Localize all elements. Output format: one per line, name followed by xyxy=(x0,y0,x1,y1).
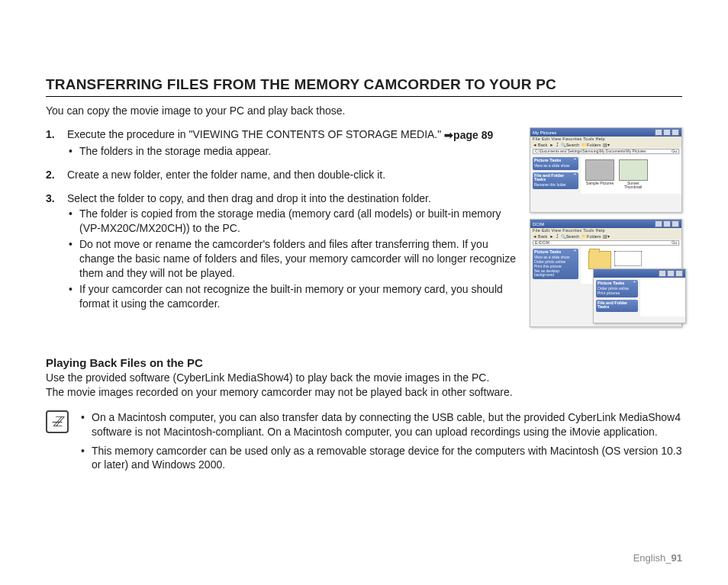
note-icon: ℤ xyxy=(46,410,69,433)
window-titlebar: My Pictures xyxy=(530,128,681,137)
go-button: Go xyxy=(672,241,677,245)
step-text: Select the folder to copy, and then drag… xyxy=(67,192,431,204)
thumbnail-icon xyxy=(619,159,648,181)
note-list: On a Macintosh computer, you can also tr… xyxy=(79,410,682,477)
address-text: E:\DCIM xyxy=(535,241,549,245)
maximize-icon xyxy=(667,270,675,277)
panel-item: Rename this folder xyxy=(534,183,577,188)
sub-item: The folder is copied from the storage me… xyxy=(67,207,520,236)
window-titlebar: DCIM xyxy=(530,220,681,228)
sub-item: If your camcorder can not recognize the … xyxy=(67,282,520,311)
folder-icon xyxy=(588,251,611,269)
address-text: C:\Documents and Settings\Samsung\My Doc… xyxy=(535,149,646,153)
tile-label: Sample Pictures xyxy=(586,181,614,185)
step-1-sub: The folders in the storage media appear. xyxy=(67,144,520,159)
close-icon xyxy=(675,270,683,277)
views-button: ▥▾ xyxy=(603,143,610,148)
intro-line: The movie images recorded on your memory… xyxy=(46,386,513,398)
picture-tasks-panel: Picture Tasks⌃ Order prints online Print… xyxy=(596,280,638,297)
tile-label: Sunset Thumbnail xyxy=(624,181,642,189)
window-buttons xyxy=(655,220,679,227)
go-button: Go xyxy=(672,149,677,153)
forward-button: ► xyxy=(549,235,553,239)
intro-text: You can copy the movie image to your PC … xyxy=(46,104,682,117)
sub-item: The folders in the storage media appear. xyxy=(67,144,520,159)
toolbar: ◄ Back ► ⤴ 🔍Search 📁Folders ▥▾ xyxy=(530,143,681,149)
folders-button: 📁Folders xyxy=(581,143,601,148)
panel-title: Picture Tasks xyxy=(534,159,561,163)
screenshot-my-pictures: My Pictures File Edit View Favorites Too… xyxy=(530,127,682,213)
collapse-icon: ⌃ xyxy=(633,281,636,286)
search-button: 🔍Search xyxy=(561,143,579,148)
collapse-icon: ⌃ xyxy=(573,174,577,182)
thumbnail-icon xyxy=(585,159,614,181)
step-text: Create a new folder, enter the folder na… xyxy=(67,169,385,181)
minimize-icon xyxy=(655,220,662,227)
panel-item: View as a slide show xyxy=(534,164,577,169)
file-folder-tasks-panel: File and Folder Tasks xyxy=(596,300,638,312)
toolbar: ◄ Back ► ⤴ 🔍Search 📁Folders ▥▾ xyxy=(530,234,681,240)
folder-tile: Sample Pictures xyxy=(585,159,614,185)
window-title: DCIM xyxy=(533,222,544,227)
minimize-icon xyxy=(655,129,662,136)
up-button: ⤴ xyxy=(556,235,559,239)
footer-label: English_ xyxy=(633,552,672,564)
search-button: 🔍Search xyxy=(561,235,579,239)
picture-tasks-panel: Picture Tasks⌃ View as a slide show xyxy=(533,157,578,170)
maximize-icon xyxy=(663,129,671,136)
drag-ghost-icon xyxy=(614,251,642,266)
step-text: Execute the procedure in "VIEWING THE CO… xyxy=(67,128,444,140)
window-buttons xyxy=(655,129,679,136)
subsection-intro: Use the provided software (CyberLink Med… xyxy=(46,371,682,400)
forward-button: ► xyxy=(549,143,553,148)
file-folder-tasks-panel: File and Folder Tasks⌃ Rename this folde… xyxy=(533,172,578,189)
menu-bar: File Edit View Favorites Tools Help xyxy=(530,137,681,143)
screenshot-overlay: Picture Tasks⌃ Order prints online Print… xyxy=(593,268,686,323)
panel-item: Print pictures xyxy=(598,291,636,296)
folders-button: 📁Folders xyxy=(581,235,601,239)
sidebar: Picture Tasks⌃ Order prints online Print… xyxy=(594,278,640,317)
panel-title: Picture Tasks xyxy=(598,281,624,286)
page-footer: English_91 xyxy=(633,552,682,564)
close-icon xyxy=(672,220,679,227)
folder-content xyxy=(640,278,685,317)
note-block: ℤ On a Macintosh computer, you can also … xyxy=(46,410,682,477)
subsection-title: Playing Back Files on the PC xyxy=(46,356,682,369)
window-title: My Pictures xyxy=(533,130,556,135)
back-button: ◄ Back xyxy=(533,143,547,148)
maximize-icon xyxy=(663,220,671,227)
step-1: 1. Execute the procedure in "VIEWING THE… xyxy=(46,127,520,159)
views-button: ▥▾ xyxy=(603,235,610,239)
sidebar: Picture Tasks⌃ View as a slide show Orde… xyxy=(530,246,581,284)
step-number: 3. xyxy=(46,191,55,206)
address-bar: E:\DCIM Go xyxy=(533,240,679,246)
note-item: On a Macintosh computer, you can also tr… xyxy=(79,410,682,439)
screenshot-column: My Pictures File Edit View Favorites Too… xyxy=(530,127,682,333)
text-column: 1. Execute the procedure in "VIEWING THE… xyxy=(46,127,520,333)
content-row: 1. Execute the procedure in "VIEWING THE… xyxy=(46,127,682,333)
page-reference: ➡page 89 xyxy=(444,128,493,143)
collapse-icon: ⌃ xyxy=(573,159,577,163)
address-bar: C:\Documents and Settings\Samsung\My Doc… xyxy=(533,149,679,154)
panel-title: File and Folder Tasks xyxy=(534,174,573,182)
step-3: 3. Select the folder to copy, and then d… xyxy=(46,191,520,311)
step-number: 2. xyxy=(46,168,55,182)
panel-title: File and Folder Tasks xyxy=(598,301,636,310)
step-3-sub: The folder is copied from the storage me… xyxy=(67,207,520,310)
sidebar: Picture Tasks⌃ View as a slide show File… xyxy=(530,155,581,194)
picture-tasks-panel: Picture Tasks⌃ View as a slide show Orde… xyxy=(533,249,578,279)
manual-page: TRANSFERRING FILES FROM THE MEMORY CAMCO… xyxy=(0,0,728,507)
collapse-icon: ⌃ xyxy=(573,250,577,255)
page-number: 91 xyxy=(672,552,682,564)
window-titlebar xyxy=(594,269,685,278)
minimize-icon xyxy=(659,270,666,277)
intro-line: Use the provided software (CyberLink Med… xyxy=(46,371,489,384)
panel-item: Set as desktop background xyxy=(534,269,577,278)
step-list: 1. Execute the procedure in "VIEWING THE… xyxy=(46,127,520,311)
sub-item: Do not move or rename the camcorder's fo… xyxy=(67,237,520,281)
step-number: 1. xyxy=(46,127,55,142)
menu-bar: File Edit View Favorites Tools Help xyxy=(530,228,681,234)
back-button: ◄ Back xyxy=(533,235,547,239)
up-button: ⤴ xyxy=(556,143,559,148)
step-2: 2. Create a new folder, enter the folder… xyxy=(46,168,520,182)
